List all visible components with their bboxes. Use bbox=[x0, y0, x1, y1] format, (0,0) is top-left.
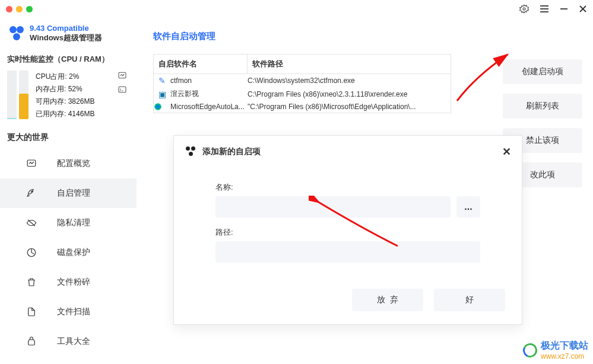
cpu-label: CPU占用: bbox=[36, 72, 67, 81]
path-label: 路径: bbox=[215, 227, 480, 238]
sidebar-item-shred[interactable]: 文件粉碎 bbox=[0, 267, 137, 297]
row-path: C:\Windows\system32\ctfmon.exe bbox=[248, 76, 451, 85]
row-name: ctfmon bbox=[170, 76, 248, 85]
sidebar-item-scan[interactable]: 文件扫描 bbox=[0, 297, 137, 327]
row-icon bbox=[154, 103, 170, 111]
cancel-button[interactable]: 放弃 bbox=[352, 289, 423, 311]
perf-detail-icon[interactable] bbox=[118, 71, 127, 80]
page-title: 软件自启动管理 bbox=[153, 31, 593, 42]
sidebar-item-label: 文件扫描 bbox=[57, 306, 90, 317]
startup-table: 自启软件名 软件路径 ✎ctfmonC:\Windows\system32\ct… bbox=[153, 54, 451, 113]
name-input[interactable] bbox=[215, 196, 451, 218]
sidebar-item-label: 工具大全 bbox=[57, 336, 90, 347]
used-label: 已用内存: bbox=[36, 110, 66, 118]
app-logo-icon bbox=[7, 25, 25, 43]
row-path: C:\Program Files (x86)\xneo\2.3.1.118\xr… bbox=[248, 90, 451, 98]
sidebar-item-label: 文件粉碎 bbox=[57, 277, 90, 288]
sidebar-item-privacy[interactable]: 隐私清理 bbox=[0, 208, 137, 238]
svg-rect-8 bbox=[119, 87, 126, 92]
dialog-actions: 放弃 好 bbox=[174, 278, 522, 324]
perf-monitor-title: 实时性能监控（CPU / RAM） bbox=[0, 54, 137, 71]
sidebar-item-label: 自启管理 bbox=[57, 188, 90, 199]
perf-monitor: CPU占用: 2% 内存占用: 52% 可用内存: 3826MB 已用内存: 4… bbox=[0, 71, 137, 129]
used-value: 4146MB bbox=[68, 110, 95, 118]
startup-icon bbox=[26, 188, 37, 199]
close-button[interactable] bbox=[579, 5, 587, 13]
avail-value: 3826MB bbox=[68, 97, 95, 106]
app-version: 9.43 Compatible bbox=[30, 24, 102, 33]
ram-value: 52% bbox=[68, 85, 83, 93]
row-name: MicrosoftEdgeAutoLa... bbox=[170, 103, 248, 111]
perf-stats: CPU占用: 2% 内存占用: 52% 可用内存: 3826MB 已用内存: 4… bbox=[36, 71, 94, 120]
avail-label: 可用内存: bbox=[36, 97, 66, 106]
cpu-bar bbox=[7, 71, 17, 119]
watermark-logo-icon bbox=[521, 341, 540, 359]
row-icon: ▣ bbox=[154, 90, 170, 99]
table-header: 自启软件名 软件路径 bbox=[154, 55, 451, 74]
dialog-body: 名称: ... 路径: bbox=[174, 168, 522, 278]
mac-zoom-dot[interactable] bbox=[26, 6, 33, 12]
app-header: 9.43 Compatible Windows超级管理器 bbox=[0, 24, 137, 54]
sidebar-item-label: 磁盘保护 bbox=[57, 247, 90, 258]
ram-bar bbox=[19, 71, 28, 119]
watermark-url: www.xz7.com bbox=[541, 352, 588, 360]
minimize-button[interactable] bbox=[560, 5, 568, 13]
sidebar-item-tools[interactable]: 工具大全 bbox=[0, 327, 137, 356]
row-path: "C:\Program Files (x86)\Microsoft\Edge\A… bbox=[248, 103, 451, 111]
settings-icon[interactable] bbox=[519, 4, 529, 14]
tools-icon bbox=[26, 336, 37, 347]
sidebar-item-overview[interactable]: 配置概览 bbox=[0, 149, 137, 178]
table-row[interactable]: MicrosoftEdgeAutoLa..."C:\Program Files … bbox=[154, 101, 451, 113]
menu-icon[interactable] bbox=[540, 5, 549, 13]
mac-close-dot[interactable] bbox=[6, 6, 12, 12]
sidebar-item-label: 配置概览 bbox=[57, 158, 90, 169]
sidebar-item-startup[interactable]: 自启管理 bbox=[0, 178, 137, 208]
svg-point-10 bbox=[31, 191, 33, 192]
sidebar-item-label: 隐私清理 bbox=[57, 218, 90, 228]
svg-point-13 bbox=[156, 105, 160, 109]
col-header-name: 自启软件名 bbox=[154, 55, 248, 74]
ok-button[interactable]: 好 bbox=[434, 289, 505, 311]
table-row[interactable]: ✎ctfmonC:\Windows\system32\ctfmon.exe bbox=[154, 74, 451, 87]
add-startup-dialog: 添加新的自启项 ✕ 名称: ... 路径: 放弃 好 bbox=[173, 135, 522, 325]
disk-icon bbox=[26, 247, 37, 258]
nav-list: 配置概览自启管理隐私清理磁盘保护文件粉碎文件扫描工具大全 bbox=[0, 149, 137, 356]
sidebar-item-disk[interactable]: 磁盘保护 bbox=[0, 238, 137, 267]
table-row[interactable]: ▣渲云影视C:\Program Files (x86)\xneo\2.3.1.1… bbox=[154, 87, 451, 101]
row-icon: ✎ bbox=[154, 76, 170, 85]
perf-bars bbox=[7, 71, 28, 119]
privacy-icon bbox=[26, 218, 37, 228]
browse-button[interactable]: ... bbox=[456, 196, 480, 218]
app-name: Windows超级管理器 bbox=[30, 33, 102, 43]
create-startup-button[interactable]: 创建启动项 bbox=[503, 59, 582, 84]
path-input[interactable] bbox=[215, 241, 480, 263]
dialog-logo-icon bbox=[185, 146, 196, 158]
perf-detail2-icon[interactable] bbox=[118, 85, 127, 94]
svg-point-0 bbox=[523, 8, 525, 10]
ram-label: 内存占用: bbox=[36, 85, 66, 93]
refresh-list-button[interactable]: 刷新列表 bbox=[503, 94, 582, 119]
overview-icon bbox=[26, 158, 37, 169]
window-controls bbox=[519, 4, 587, 14]
name-label: 名称: bbox=[215, 182, 480, 193]
dialog-close-icon[interactable]: ✕ bbox=[502, 145, 511, 158]
sidebar: 9.43 Compatible Windows超级管理器 实时性能监控（CPU … bbox=[0, 18, 137, 364]
mac-traffic-lights bbox=[6, 6, 33, 12]
mac-minimize-dot[interactable] bbox=[16, 6, 23, 12]
dialog-title: 添加新的自启项 bbox=[202, 146, 261, 157]
table-body: ✎ctfmonC:\Windows\system32\ctfmon.exe▣渲云… bbox=[154, 74, 451, 113]
section-header: 更大的世界 bbox=[0, 129, 137, 149]
dialog-header: 添加新的自启项 ✕ bbox=[174, 136, 522, 168]
watermark-name: 极光下载站 bbox=[541, 340, 588, 352]
watermark: 极光下载站 www.xz7.com bbox=[523, 340, 588, 360]
shred-icon bbox=[26, 277, 37, 288]
cpu-value: 2% bbox=[69, 72, 79, 81]
row-name: 渲云影视 bbox=[170, 89, 248, 99]
titlebar bbox=[0, 0, 593, 18]
col-header-path: 软件路径 bbox=[248, 55, 451, 74]
scan-icon bbox=[26, 306, 37, 317]
